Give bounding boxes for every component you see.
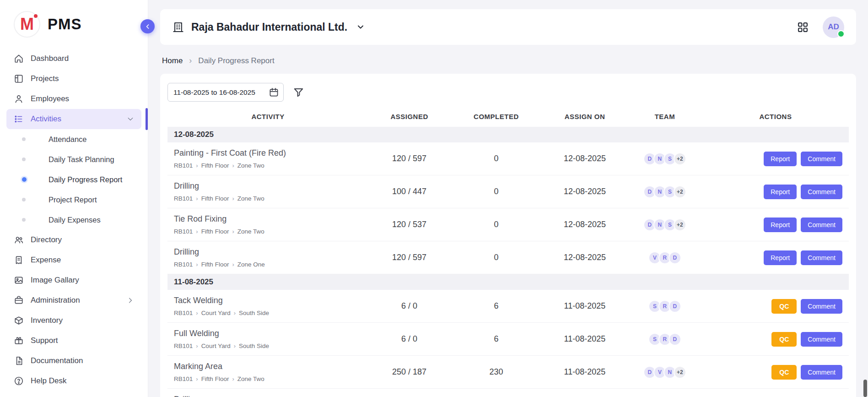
column-header-activity: ACTIVITY [167,113,368,120]
activity-cell: Drilling RB101›Fifth Floor›Zone Two [167,395,368,397]
completed-value: 0 [450,154,542,163]
date-range-input[interactable] [167,83,284,102]
sidebar-subitem-attendance[interactable]: Attendance [6,129,141,149]
apps-grid-icon[interactable] [797,21,809,33]
sidebar-item-activities[interactable]: Activities [6,109,141,129]
path-segment: Court Yard [201,343,231,349]
app-root: M PMS DashboardProjectsEmployeesActiviti… [0,0,868,397]
documentation-icon [14,356,24,366]
directory-icon [14,235,24,245]
company-switcher[interactable]: Raja Bahadur International Ltd. [172,21,365,33]
team-overflow-badge: +2 [674,366,686,379]
sidebar-item-dashboard[interactable]: Dashboard [6,49,141,69]
path-segment: Zone Two [237,375,264,382]
column-header-completed: COMPLETED [450,113,542,120]
sidebar-collapse-button[interactable] [140,19,155,33]
team-overflow-badge: +2 [674,218,686,231]
team-cell: DNS+2 [627,185,702,198]
report-button[interactable]: Report [764,152,797,166]
chevron-right-icon: › [232,195,234,202]
path-segment: Zone One [237,261,265,268]
bullet-icon [22,137,26,141]
path-segment: RB101 [174,228,193,235]
activity-cell: Tie Rod Fixing RB101›Fifth Floor›Zone Tw… [167,214,368,235]
sidebar-item-projects[interactable]: Projects [6,69,141,89]
employees-icon [14,94,24,104]
team-avatar: D [669,333,681,346]
activity-name: Full Welding [174,329,368,338]
comment-button[interactable]: Comment [801,250,842,265]
activity-name: Drilling [174,395,368,397]
activity-row: Marking Area RB101›Fifth Floor›Zone Two … [167,356,849,389]
activity-cell: Marking Area RB101›Fifth Floor›Zone Two [167,362,368,382]
breadcrumb-home[interactable]: Home [162,56,183,65]
help-icon [14,376,24,386]
activity-row: Tie Rod Fixing RB101›Fifth Floor›Zone Tw… [167,208,849,241]
completed-value: 0 [450,253,542,262]
comment-button[interactable]: Comment [801,185,842,199]
sidebar-item-image-gallary[interactable]: Image Gallary [6,270,141,290]
bullet-icon [22,177,27,182]
qc-button[interactable]: QC [771,332,797,347]
sidebar-subitem-daily-task-planning[interactable]: Daily Task Planning [6,149,141,169]
app-title: PMS [48,16,82,33]
comment-button[interactable]: Comment [801,299,842,314]
completed-value: 0 [450,220,542,229]
dashboard-icon [14,54,24,64]
breadcrumb-current: Daily Progress Report [198,56,274,65]
sidebar-item-employees[interactable]: Employees [6,89,141,109]
team-cell: VRD [627,251,702,264]
sidebar-subitem-project-report[interactable]: Project Report [6,190,141,210]
scrollbar-thumb[interactable] [863,380,867,397]
path-segment: Fifth Floor [201,228,229,235]
activity-row: Tack Welding RB101›Court Yard›South Side… [167,290,849,323]
sidebar-subitem-daily-expenses[interactable]: Daily Expenses [6,210,141,230]
qc-button[interactable]: QC [771,365,797,380]
qc-button[interactable]: QC [771,299,797,314]
sidebar-item-inventory[interactable]: Inventory [6,310,141,331]
sidebar-item-help-desk[interactable]: Help Desk [6,371,141,391]
logo-icon: M [14,11,40,38]
path-segment: South Side [239,310,269,316]
sidebar-item-administration[interactable]: Administration [6,290,141,310]
user-avatar[interactable]: AD [823,16,844,38]
report-button[interactable]: Report [764,185,797,199]
comment-button[interactable]: Comment [801,365,842,380]
assigned-value: 6 / 0 [368,301,450,311]
team-cell: DNS+2 [627,152,702,165]
chevron-right-icon: › [196,375,198,382]
sidebar-item-documentation[interactable]: Documentation [6,351,141,371]
actions-cell: QCComment [702,332,849,347]
sidebar-item-support[interactable]: Support [6,331,141,351]
filter-row [167,83,849,102]
activity-row: Drilling RB101›Fifth Floor›Zone Two 100 … [167,175,849,208]
actions-cell: ReportComment [702,185,849,199]
activity-path: RB101›Fifth Floor›Zone Two [174,375,368,382]
sidebar-item-expense[interactable]: Expense [6,250,141,270]
assign-on-date: 11-08-2025 [542,367,627,377]
expense-icon [14,255,24,265]
sidebar-item-directory[interactable]: Directory [6,230,141,250]
chevron-down-icon [356,22,365,32]
filter-icon[interactable] [293,87,304,98]
team-cell: DVN+2 [627,366,702,379]
date-group-header: 12-08-2025 [167,127,849,142]
report-button[interactable]: Report [764,250,797,265]
table-body: 12-08-2025 Painting - First Coat (Fire R… [167,127,849,397]
path-segment: Fifth Floor [201,195,229,202]
comment-button[interactable]: Comment [801,218,842,232]
bullet-icon [22,218,26,222]
activities-icon [14,114,24,124]
comment-button[interactable]: Comment [801,152,842,166]
path-segment: Zone Two [237,162,264,169]
logo: M PMS [6,9,141,49]
sidebar-subitem-daily-progress-report[interactable]: Daily Progress Report [6,169,141,190]
chevron-right-icon: › [232,375,234,382]
assign-on-date: 12-08-2025 [542,220,627,229]
comment-button[interactable]: Comment [801,332,842,347]
activity-cell: Tack Welding RB101›Court Yard›South Side [167,296,368,316]
assigned-value: 120 / 597 [368,154,450,163]
logo-letter: M [20,15,34,34]
activity-path: RB101›Fifth Floor›Zone Two [174,195,368,202]
report-button[interactable]: Report [764,218,797,232]
